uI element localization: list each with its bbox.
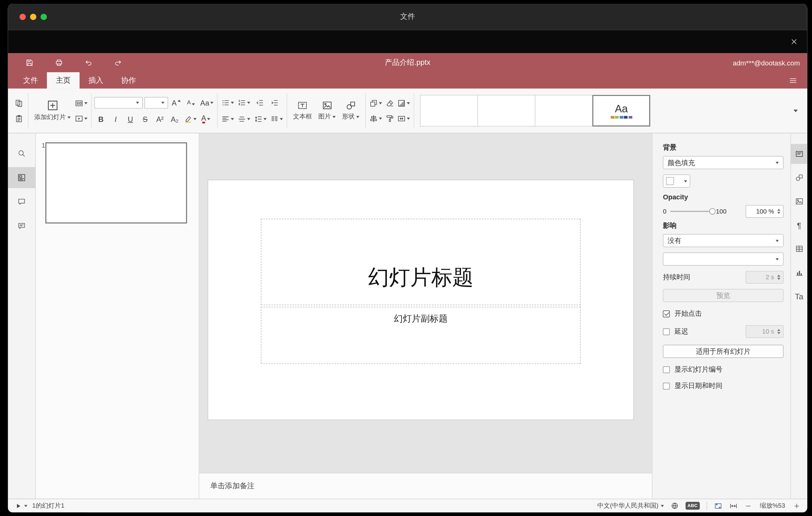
decrease-indent-button[interactable] [253,96,266,109]
delay-spinner[interactable]: 10 s [746,325,784,338]
tab-file[interactable]: 文件 [14,72,47,89]
copy-button[interactable] [12,96,25,110]
columns-button[interactable] [269,112,284,125]
shape-label: 形状 [342,112,355,121]
duration-spinner[interactable]: 2 s [746,271,784,284]
insert-textbox-button[interactable]: 文本框 [290,95,315,126]
font-name-select[interactable] [94,96,143,108]
textart-settings-icon[interactable]: Ta [791,286,807,306]
subscript-button[interactable]: A₂ [168,112,181,125]
opacity-slider-track[interactable] [670,211,712,212]
close-icon[interactable] [788,36,800,48]
line-spacing-button[interactable] [253,112,268,125]
italic-button[interactable]: I [109,112,122,125]
spellcheck-toggle[interactable]: ABC [686,502,700,510]
opacity-value-spinner[interactable]: 100 % [746,205,784,218]
fit-to-slide-button[interactable] [714,501,722,510]
strikethrough-button[interactable]: S [139,112,152,125]
chart-settings-icon[interactable] [791,263,807,283]
change-case-icon: Aa [200,99,209,106]
preview-button[interactable]: 预览 [663,289,784,302]
delay-label: 延迟 [674,327,688,336]
insert-shape-button[interactable]: 形状 [339,95,362,126]
save-button[interactable] [24,57,35,68]
effect-select[interactable]: 没有 [663,234,784,247]
theme-gallery-expand-icon[interactable] [788,95,803,126]
tab-collaboration[interactable]: 协作 [112,72,145,89]
undo-button[interactable] [83,57,94,68]
bullet-list-button[interactable] [220,96,235,109]
start-slideshow-toolbar-button[interactable] [74,111,89,125]
increase-indent-button[interactable] [268,96,281,109]
menu-icon[interactable] [785,72,801,89]
apply-to-all-slides-button[interactable]: 适用于所有幻灯片 [663,345,784,358]
numbered-list-button[interactable] [237,96,252,109]
tab-insert[interactable]: 插入 [80,72,112,89]
font-size-select[interactable] [144,96,168,108]
slide-size-button[interactable] [397,111,411,125]
comments-icon[interactable] [8,191,35,212]
chat-icon[interactable] [8,216,35,237]
vertical-align-button[interactable] [237,112,252,125]
copy-style-button[interactable] [383,111,397,125]
superscript-button[interactable]: A² [153,112,167,125]
subtitle-placeholder[interactable]: 幻灯片副标题 [261,307,581,364]
image-settings-icon[interactable] [791,191,807,211]
close-window-button[interactable] [20,13,26,20]
redo-button[interactable] [112,57,124,68]
slide-settings-icon[interactable] [791,144,807,164]
paste-button[interactable] [12,111,25,125]
theme-preview-3[interactable] [535,95,593,126]
horizontal-align-button[interactable] [220,112,235,125]
increase-font-size-button[interactable]: A [170,96,183,109]
theme-preview-selected[interactable]: Aa [592,95,650,126]
underline-button[interactable]: U [124,112,137,125]
show-slide-number-checkbox[interactable] [663,366,670,373]
font-increase-icon: A [172,99,177,106]
paragraph-settings-icon[interactable]: ¶ [791,215,807,235]
insert-image-button[interactable]: 图片 [315,95,339,126]
zoom-out-button[interactable] [745,502,752,510]
font-color-button[interactable]: A [199,112,212,125]
zoom-in-button[interactable] [793,502,801,510]
minimize-window-button[interactable] [30,13,36,20]
clear-style-button[interactable] [383,96,397,110]
font-group: A A Aa B I U S A² A₂ A [94,95,215,126]
title-placeholder[interactable]: 幻灯片标题 [261,219,581,305]
arrange-shapes-button[interactable] [368,96,383,110]
slide-thumbnail[interactable] [45,142,187,224]
theme-preview-1[interactable] [420,95,478,126]
color-scheme-button[interactable] [397,96,411,110]
change-layout-button[interactable] [74,96,89,110]
opacity-slider-knob[interactable] [709,208,715,214]
delay-checkbox[interactable] [663,328,670,335]
change-case-button[interactable]: Aa [199,96,215,109]
align-shapes-button[interactable] [368,111,383,125]
slide-editing-surface[interactable]: 幻灯片标题 幻灯片副标题 [208,180,633,420]
zoom-window-button[interactable] [41,13,47,20]
background-color-select[interactable] [663,174,691,188]
show-date-time-checkbox[interactable] [663,382,670,389]
theme-preview-2[interactable] [477,95,535,126]
language-selector[interactable]: 中文(中华人民共和国) [597,501,664,510]
search-icon[interactable] [8,143,35,164]
start-slideshow-button[interactable] [15,502,27,510]
font-color-icon: A [201,114,206,123]
notes-input[interactable]: 单击添加备注 [199,473,652,499]
print-button[interactable] [53,57,65,68]
decrease-font-size-button[interactable]: A [184,96,198,109]
slide-tools-group [74,96,89,125]
shape-settings-icon[interactable] [791,168,807,188]
start-on-click-checkbox[interactable] [663,310,670,317]
fit-to-width-button[interactable] [729,501,738,510]
slides-panel-icon[interactable] [8,167,35,188]
background-fill-select[interactable]: 颜色填充 [663,156,784,169]
add-slide-button[interactable]: 添加幻灯片 [31,95,74,126]
bold-icon: B [98,115,103,122]
table-settings-icon[interactable] [791,239,807,259]
globe-icon[interactable] [671,502,679,510]
effect-variant-select[interactable] [663,253,784,266]
bold-button[interactable]: B [94,112,108,125]
highlight-color-button[interactable] [183,112,198,125]
tab-home[interactable]: 主页 [47,72,80,89]
